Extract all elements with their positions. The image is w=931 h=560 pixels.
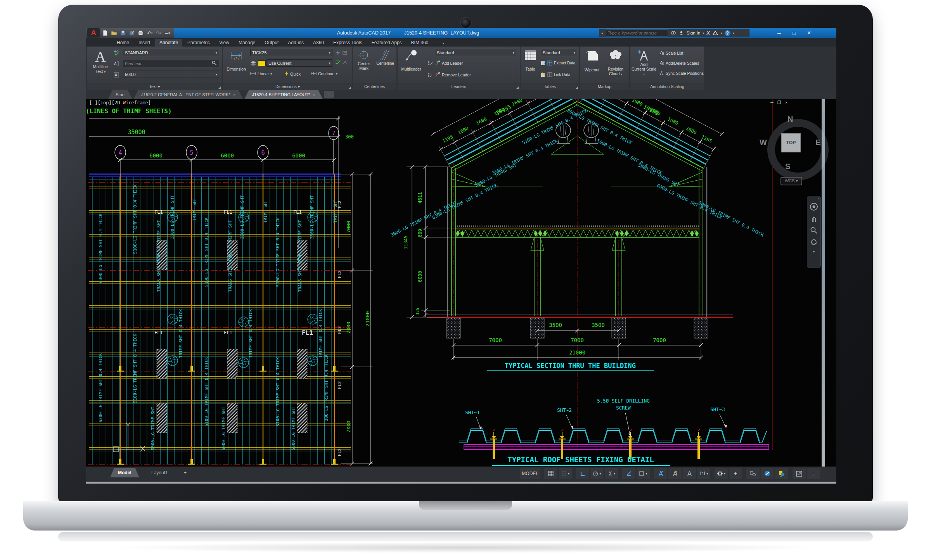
dimension-button[interactable]: Dimension [225,50,248,71]
qat-customize-icon[interactable]: ▬▾ [164,29,171,36]
plot-icon[interactable] [137,29,145,36]
tab-parametric[interactable]: Parametric [183,39,214,47]
dim-break-icon[interactable] [335,50,341,55]
annotative-icon[interactable]: A [114,71,119,77]
layout1-tab[interactable]: Layout1 [144,468,176,477]
drawing-area[interactable]: [−][Top][2D Wireframe](LINES OF TRIMF SH… [86,99,836,467]
isometric-drafting-icon[interactable]: ▾ [605,468,618,479]
dim-jog-icon[interactable] [342,59,348,65]
table-style-select[interactable]: Standard▾ [541,49,577,56]
remove-leader-button[interactable]: Remove Leader [427,72,471,78]
new-layout-button[interactable]: + [178,468,192,477]
tab-featured-apps[interactable]: Featured Apps [367,39,406,47]
model-space-button[interactable]: MODEL [520,468,540,479]
viewport-window-buttons[interactable]: ─❐× [770,100,791,105]
file-tab-j1520-2[interactable]: J1520-2 GENERAL A...ENT OF STEELWORK*× [133,90,243,99]
snap-grid-icon[interactable] [544,468,557,479]
file-tab-j1520-4[interactable]: J1520-4 SHEETING LAYOUT*× [244,90,323,99]
multiline-text-button[interactable]: A MultilineText ▾ [90,49,111,74]
minimize-button[interactable]: ─ [777,30,781,36]
tab-output[interactable]: Output [260,39,283,47]
restore-button[interactable]: □ [793,30,796,36]
add-delete-scales-button[interactable]: Add/Delete Scales [659,60,699,66]
close-button[interactable]: × [807,29,811,36]
new-drawing-button[interactable]: + [324,91,334,98]
dim-style-select[interactable]: TICK25▾ [250,49,332,56]
isolate-objects-icon[interactable] [746,468,760,479]
tab-annotate[interactable]: Annotate [155,39,182,47]
file-tab-start[interactable]: Start [108,90,132,99]
ribbon-minimize-icon[interactable]: ▭ ▾ [433,40,448,47]
annotation-scale-icon[interactable] [683,468,696,479]
add-leader-button[interactable]: Add Leader [427,60,463,66]
polar-tracking-icon[interactable]: ▾ [590,468,604,479]
model-tab[interactable]: Model [110,468,139,477]
scale-list-button[interactable]: Scale List [659,50,684,55]
graphics-performance-icon[interactable] [761,468,774,479]
tab-insert[interactable]: Insert [134,39,154,47]
text-panel-label[interactable]: Text ▾ [87,83,222,90]
viewcube-west[interactable]: W [760,138,767,147]
wipeout-button[interactable]: Wipeout [581,50,602,72]
link-data-button[interactable]: Link Data [541,72,570,77]
status-menu-icon[interactable]: ≡ [807,468,820,479]
centerline-button[interactable]: Centerline [375,49,395,66]
exchange-apps-icon[interactable]: X [706,30,710,36]
a360-icon[interactable] [713,30,718,36]
undo-icon[interactable]: ↶▾ [146,29,154,36]
navigation-bar[interactable]: × ▾ [807,196,821,268]
help-icon[interactable]: ? [725,30,730,36]
text-style-select[interactable]: STANDARD▾ [123,49,219,56]
dim-update-icon[interactable] [335,59,341,65]
clean-screen-icon[interactable] [793,468,806,479]
tab-addins[interactable]: Add-ins [284,39,308,47]
save-as-icon[interactable] [128,29,136,36]
new-file-icon[interactable] [101,29,109,36]
quick-dimension-button[interactable]: Quick [284,71,301,76]
revision-cloud-button[interactable]: RevisionCloud ▾ [604,50,627,77]
autocad-logo-menu[interactable]: A [87,28,100,38]
help-dropdown-icon[interactable]: ▾ [733,31,734,35]
workspace-gear-icon[interactable]: ▾ [715,468,728,479]
dim-layer-select[interactable]: Use Current▾ [266,59,332,67]
tab-bim360[interactable]: BIM 360 [407,39,433,47]
object-snap-tracking-icon[interactable] [622,468,635,479]
linear-button[interactable]: Linear▾ [250,71,272,76]
dim-dialog-launcher-icon[interactable] [349,86,351,89]
viewcube-east[interactable]: E [815,138,820,147]
viewcube-north[interactable]: N [787,115,793,124]
a360-dropdown-icon[interactable]: ▾ [721,31,722,35]
close-tab-icon[interactable]: × [313,93,315,97]
autoscale-icon[interactable] [668,468,682,479]
redo-icon[interactable]: ↷▾ [155,29,163,36]
leaders-panel-label[interactable]: Leaders [398,83,520,90]
dim-space-icon[interactable] [342,50,348,55]
sign-in-dropdown-icon[interactable]: ▾ [703,31,704,35]
dimensions-panel-label[interactable]: Dimensions ▾ [223,83,352,90]
ortho-mode-icon[interactable] [576,468,589,479]
tab-view[interactable]: View [215,39,234,47]
multileader-button[interactable]: Multileader [399,50,423,71]
viewcube-south[interactable]: S [785,162,790,171]
tab-a360[interactable]: A360 [309,39,328,47]
scale-value-button[interactable]: 1:1▾ [697,468,710,479]
text-height-select[interactable]: 500.0▾ [123,71,219,78]
tab-manage[interactable]: Manage [234,39,260,47]
navbar-close-icon[interactable]: × [817,197,819,200]
leaders-dialog-launcher-icon[interactable] [516,86,519,89]
save-icon[interactable] [119,29,127,36]
grid-display-icon[interactable]: ▾ [559,468,572,479]
find-text-input[interactable]: Find text [123,60,219,67]
spell-check-icon[interactable]: ABC [114,50,119,55]
tab-home[interactable]: Home [112,39,133,47]
search-icon[interactable] [670,30,676,36]
open-folder-icon[interactable] [110,29,118,36]
tab-express-tools[interactable]: Express Tools [329,39,366,47]
search-input[interactable] [606,29,668,36]
add-current-scale-button[interactable]: AddCurrent Scale ▾ [631,49,657,77]
viewcube-top[interactable]: TOP [781,133,801,152]
tables-dialog-launcher-icon[interactable] [576,86,578,89]
continue-dimension-button[interactable]: Continue▾ [311,71,337,76]
text-dialog-launcher-icon[interactable] [218,86,221,89]
customization-plus-icon[interactable]: + [729,468,742,479]
